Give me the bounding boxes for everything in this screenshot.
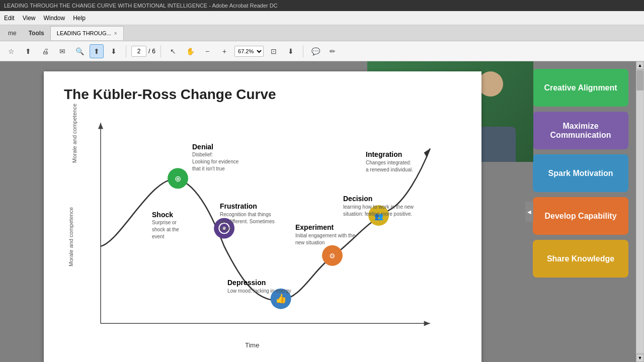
tab-document[interactable]: LEADING THROUG... × bbox=[50, 26, 124, 40]
next-page-btn[interactable]: ⬇ bbox=[107, 44, 121, 58]
tab-tools[interactable]: Tools bbox=[23, 28, 50, 39]
frustration-label: Frustration bbox=[220, 202, 257, 210]
menu-edit[interactable]: Edit bbox=[4, 15, 15, 22]
person-head bbox=[478, 71, 503, 97]
tab-home[interactable]: me bbox=[2, 28, 23, 39]
vertical-scrollbar[interactable]: ▲ ▼ bbox=[636, 61, 644, 362]
svg-marker-4 bbox=[424, 148, 430, 157]
y-axis-label: Morale and competence bbox=[68, 207, 78, 266]
depression-desc: Low mood: lacking in energy bbox=[227, 288, 291, 295]
page-navigation: / 6 bbox=[131, 46, 155, 57]
denial-label: Denial bbox=[192, 143, 213, 151]
toolbar-sep-1 bbox=[126, 45, 126, 57]
scroll-up-btn[interactable]: ▲ bbox=[636, 61, 644, 69]
collapse-panel-btn[interactable]: ◀ bbox=[525, 202, 533, 222]
print-btn[interactable]: 🖨 bbox=[38, 44, 52, 58]
shock-label: Shock bbox=[152, 211, 173, 219]
depression-label: Depression bbox=[227, 279, 266, 287]
tab-close-btn[interactable]: × bbox=[114, 31, 117, 36]
prev-page-btn[interactable]: ⬆ bbox=[90, 44, 104, 58]
rotate-btn[interactable]: ⬇ bbox=[284, 44, 298, 58]
pdf-viewer[interactable]: The Kübler-Ross Change Curve Morale and … bbox=[0, 61, 525, 362]
shock-desc: Surprise orshock at theevent bbox=[152, 219, 179, 240]
menu-help[interactable]: Help bbox=[73, 15, 86, 22]
page-number-input[interactable] bbox=[131, 46, 146, 57]
zoom-out2-btn[interactable]: − bbox=[200, 44, 214, 58]
page-separator: / bbox=[148, 48, 150, 55]
change-curve-diagram: Morale and competence Morale and compete… bbox=[64, 113, 441, 349]
share-knowledge-btn[interactable]: Share Knowledge bbox=[533, 240, 628, 278]
hand-tool-btn[interactable]: ✋ bbox=[183, 44, 197, 58]
right-sidebar: Creative Alignment Maximize Communicatio… bbox=[525, 61, 636, 362]
tab-document-label: LEADING THROUG... bbox=[57, 30, 111, 36]
spark-motivation-btn[interactable]: Spark Motivation bbox=[533, 154, 628, 192]
bookmark-btn[interactable]: ☆ bbox=[4, 44, 18, 58]
menu-bar: Edit View Window Help bbox=[0, 11, 644, 25]
cursor-tool-btn[interactable]: ↖ bbox=[166, 44, 180, 58]
toolbar-sep-3 bbox=[303, 45, 303, 57]
denial-desc: Disbelief:Looking for evidencethat it is… bbox=[192, 151, 238, 172]
maximize-communication-btn[interactable]: Maximize Communication bbox=[533, 112, 628, 149]
markup-btn[interactable]: ✏ bbox=[326, 44, 340, 58]
toolbar-sep-2 bbox=[160, 45, 161, 57]
title-bar: LEADING THROUGH THE CHANGE CURVE WITH EM… bbox=[0, 0, 644, 11]
y-axis-label-text: Morale and competence bbox=[71, 104, 77, 163]
page-total: 6 bbox=[152, 48, 155, 55]
svg-text:⊕: ⊕ bbox=[175, 174, 181, 183]
tab-bar: me Tools LEADING THROUG... × bbox=[0, 25, 644, 41]
comment-btn[interactable]: 💬 bbox=[308, 44, 323, 58]
email-btn[interactable]: ✉ bbox=[55, 44, 69, 58]
svg-marker-3 bbox=[424, 321, 430, 326]
upload-btn[interactable]: ⬆ bbox=[21, 44, 35, 58]
page-title: The Kübler-Ross Change Curve bbox=[64, 86, 461, 103]
frustration-desc: Recognition that thingsare different. So… bbox=[220, 211, 275, 232]
integration-desc: Changes integrated:a renewed individual. bbox=[366, 159, 413, 173]
svg-marker-2 bbox=[98, 123, 103, 129]
menu-window[interactable]: Window bbox=[43, 15, 65, 22]
zoom-select[interactable]: 67.2% 50% 75% 100% 125% 150% bbox=[234, 46, 264, 57]
creative-alignment-btn[interactable]: Creative Alignment bbox=[533, 69, 628, 107]
person-body bbox=[475, 127, 516, 162]
title-text: LEADING THROUGH THE CHANGE CURVE WITH EM… bbox=[4, 3, 278, 9]
pdf-page: The Kübler-Ross Change Curve Morale and … bbox=[44, 71, 481, 362]
scroll-down-btn[interactable]: ▼ bbox=[636, 354, 644, 362]
zoom-out-btn[interactable]: 🔍 bbox=[72, 44, 87, 58]
decision-label: Decision bbox=[343, 195, 372, 203]
integration-label: Integration bbox=[366, 150, 402, 158]
decision-desc: learning how to work in the newsituation… bbox=[343, 204, 414, 218]
menu-view[interactable]: View bbox=[23, 15, 36, 22]
x-axis-label: Time bbox=[245, 341, 259, 349]
fit-page-btn[interactable]: ⊡ bbox=[267, 44, 281, 58]
experiment-desc: Initial engagement with thenew situation bbox=[295, 232, 355, 246]
scroll-track bbox=[636, 70, 643, 353]
develop-capability-btn[interactable]: Develop Capability bbox=[533, 197, 628, 235]
svg-text:⚙: ⚙ bbox=[329, 252, 336, 260]
scroll-thumb[interactable] bbox=[636, 70, 643, 90]
toolbar: ☆ ⬆ 🖨 ✉ 🔍 ⬆ ⬇ / 6 ↖ ✋ − + 67.2% 50% 75% … bbox=[0, 41, 644, 61]
main-area: The Kübler-Ross Change Curve Morale and … bbox=[0, 61, 644, 362]
experiment-label: Experiment bbox=[295, 223, 334, 231]
zoom-in-btn[interactable]: + bbox=[217, 44, 231, 58]
